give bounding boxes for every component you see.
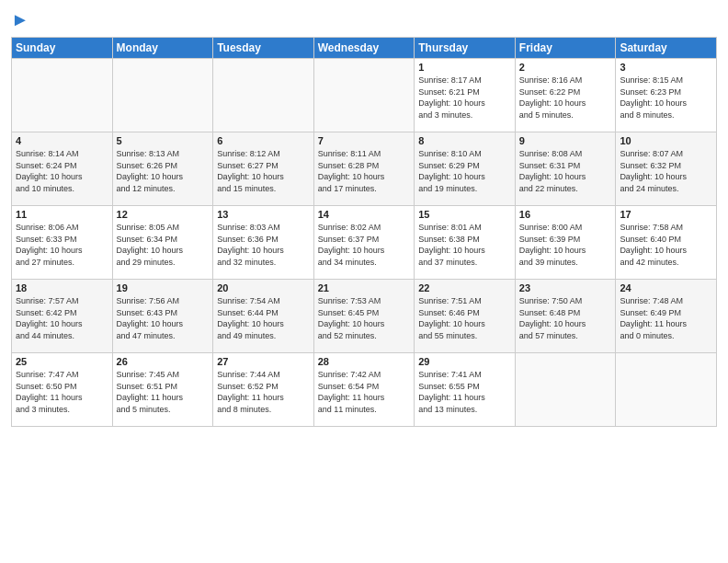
calendar-cell: 3Sunrise: 8:15 AM Sunset: 6:23 PM Daylig… xyxy=(616,59,717,132)
day-detail: Sunrise: 7:45 AM Sunset: 6:51 PM Dayligh… xyxy=(117,369,210,415)
calendar-cell: 17Sunrise: 7:58 AM Sunset: 6:40 PM Dayli… xyxy=(616,206,717,280)
day-number: 18 xyxy=(16,282,108,293)
calendar-cell xyxy=(313,59,415,132)
day-detail: Sunrise: 7:58 AM Sunset: 6:40 PM Dayligh… xyxy=(620,222,712,268)
calendar-cell: 13Sunrise: 8:03 AM Sunset: 6:36 PM Dayli… xyxy=(213,206,314,280)
day-detail: Sunrise: 8:15 AM Sunset: 6:23 PM Dayligh… xyxy=(620,75,712,121)
day-detail: Sunrise: 8:16 AM Sunset: 6:22 PM Dayligh… xyxy=(519,75,612,121)
day-number: 1 xyxy=(418,62,511,73)
day-detail: Sunrise: 7:51 AM Sunset: 6:46 PM Dayligh… xyxy=(418,295,511,341)
day-detail: Sunrise: 8:07 AM Sunset: 6:32 PM Dayligh… xyxy=(620,148,712,194)
logo-arrow: ► xyxy=(11,9,29,29)
day-number: 21 xyxy=(318,282,411,293)
day-detail: Sunrise: 8:01 AM Sunset: 6:38 PM Dayligh… xyxy=(418,222,511,268)
day-detail: Sunrise: 8:06 AM Sunset: 6:33 PM Dayligh… xyxy=(16,222,108,268)
calendar-cell xyxy=(112,59,213,132)
calendar-cell xyxy=(213,59,314,132)
day-detail: Sunrise: 8:03 AM Sunset: 6:36 PM Dayligh… xyxy=(217,222,310,268)
calendar-cell: 19Sunrise: 7:56 AM Sunset: 6:43 PM Dayli… xyxy=(112,280,213,353)
calendar-week-4: 18Sunrise: 7:57 AM Sunset: 6:42 PM Dayli… xyxy=(12,280,717,353)
day-number: 4 xyxy=(16,135,108,146)
calendar-cell: 20Sunrise: 7:54 AM Sunset: 6:44 PM Dayli… xyxy=(213,280,314,353)
calendar-cell: 2Sunrise: 8:16 AM Sunset: 6:22 PM Daylig… xyxy=(515,59,616,132)
calendar-week-5: 25Sunrise: 7:47 AM Sunset: 6:50 PM Dayli… xyxy=(12,353,717,427)
calendar-cell: 15Sunrise: 8:01 AM Sunset: 6:38 PM Dayli… xyxy=(415,206,516,280)
logo: ► xyxy=(11,9,29,29)
day-detail: Sunrise: 8:00 AM Sunset: 6:39 PM Dayligh… xyxy=(519,222,612,268)
day-number: 2 xyxy=(519,62,612,73)
col-header-thursday: Thursday xyxy=(415,38,516,59)
calendar-cell: 8Sunrise: 8:10 AM Sunset: 6:29 PM Daylig… xyxy=(415,132,516,206)
calendar-cell: 28Sunrise: 7:42 AM Sunset: 6:54 PM Dayli… xyxy=(313,353,415,427)
day-detail: Sunrise: 7:41 AM Sunset: 6:55 PM Dayligh… xyxy=(418,369,511,415)
calendar-week-1: 1Sunrise: 8:17 AM Sunset: 6:21 PM Daylig… xyxy=(12,59,717,132)
calendar-week-2: 4Sunrise: 8:14 AM Sunset: 6:24 PM Daylig… xyxy=(12,132,717,206)
day-number: 28 xyxy=(318,356,411,367)
calendar-cell: 7Sunrise: 8:11 AM Sunset: 6:28 PM Daylig… xyxy=(313,132,415,206)
calendar-cell: 11Sunrise: 8:06 AM Sunset: 6:33 PM Dayli… xyxy=(12,206,113,280)
day-detail: Sunrise: 8:12 AM Sunset: 6:27 PM Dayligh… xyxy=(217,148,310,194)
day-number: 23 xyxy=(519,282,612,293)
day-detail: Sunrise: 7:56 AM Sunset: 6:43 PM Dayligh… xyxy=(117,295,210,341)
calendar-cell: 27Sunrise: 7:44 AM Sunset: 6:52 PM Dayli… xyxy=(213,353,314,427)
col-header-monday: Monday xyxy=(112,38,213,59)
day-detail: Sunrise: 8:08 AM Sunset: 6:31 PM Dayligh… xyxy=(519,148,612,194)
calendar-cell: 25Sunrise: 7:47 AM Sunset: 6:50 PM Dayli… xyxy=(12,353,113,427)
day-number: 19 xyxy=(117,282,210,293)
calendar-cell: 23Sunrise: 7:50 AM Sunset: 6:48 PM Dayli… xyxy=(515,280,616,353)
day-number: 20 xyxy=(217,282,310,293)
day-number: 25 xyxy=(16,356,108,367)
calendar-cell: 18Sunrise: 7:57 AM Sunset: 6:42 PM Dayli… xyxy=(12,280,113,353)
day-number: 16 xyxy=(519,209,612,220)
day-number: 15 xyxy=(418,209,511,220)
calendar-cell: 16Sunrise: 8:00 AM Sunset: 6:39 PM Dayli… xyxy=(515,206,616,280)
day-detail: Sunrise: 7:54 AM Sunset: 6:44 PM Dayligh… xyxy=(217,295,310,341)
day-number: 14 xyxy=(318,209,411,220)
calendar-cell xyxy=(515,353,616,427)
calendar-header: ► xyxy=(11,9,717,29)
day-number: 9 xyxy=(519,135,612,146)
calendar-cell: 21Sunrise: 7:53 AM Sunset: 6:45 PM Dayli… xyxy=(313,280,415,353)
day-number: 5 xyxy=(117,135,210,146)
day-number: 29 xyxy=(418,356,511,367)
calendar-cell: 22Sunrise: 7:51 AM Sunset: 6:46 PM Dayli… xyxy=(415,280,516,353)
day-number: 12 xyxy=(117,209,210,220)
calendar-cell: 4Sunrise: 8:14 AM Sunset: 6:24 PM Daylig… xyxy=(12,132,113,206)
day-detail: Sunrise: 8:05 AM Sunset: 6:34 PM Dayligh… xyxy=(117,222,210,268)
calendar-cell: 12Sunrise: 8:05 AM Sunset: 6:34 PM Dayli… xyxy=(112,206,213,280)
calendar-cell: 1Sunrise: 8:17 AM Sunset: 6:21 PM Daylig… xyxy=(415,59,516,132)
day-detail: Sunrise: 8:02 AM Sunset: 6:37 PM Dayligh… xyxy=(318,222,411,268)
day-detail: Sunrise: 8:10 AM Sunset: 6:29 PM Dayligh… xyxy=(418,148,511,194)
calendar-cell xyxy=(616,353,717,427)
day-number: 11 xyxy=(16,209,108,220)
day-number: 10 xyxy=(620,135,712,146)
day-number: 13 xyxy=(217,209,310,220)
calendar-cell: 29Sunrise: 7:41 AM Sunset: 6:55 PM Dayli… xyxy=(415,353,516,427)
day-detail: Sunrise: 7:50 AM Sunset: 6:48 PM Dayligh… xyxy=(519,295,612,341)
calendar-cell: 9Sunrise: 8:08 AM Sunset: 6:31 PM Daylig… xyxy=(515,132,616,206)
day-detail: Sunrise: 7:42 AM Sunset: 6:54 PM Dayligh… xyxy=(318,369,411,415)
day-number: 26 xyxy=(117,356,210,367)
calendar-cell: 24Sunrise: 7:48 AM Sunset: 6:49 PM Dayli… xyxy=(616,280,717,353)
col-header-tuesday: Tuesday xyxy=(213,38,314,59)
col-header-wednesday: Wednesday xyxy=(313,38,415,59)
calendar-week-3: 11Sunrise: 8:06 AM Sunset: 6:33 PM Dayli… xyxy=(12,206,717,280)
col-header-friday: Friday xyxy=(515,38,616,59)
day-number: 22 xyxy=(418,282,511,293)
day-detail: Sunrise: 8:13 AM Sunset: 6:26 PM Dayligh… xyxy=(117,148,210,194)
day-detail: Sunrise: 7:57 AM Sunset: 6:42 PM Dayligh… xyxy=(16,295,108,341)
day-detail: Sunrise: 7:48 AM Sunset: 6:49 PM Dayligh… xyxy=(620,295,712,341)
day-detail: Sunrise: 8:14 AM Sunset: 6:24 PM Dayligh… xyxy=(16,148,108,194)
day-detail: Sunrise: 8:17 AM Sunset: 6:21 PM Dayligh… xyxy=(418,75,511,121)
day-number: 24 xyxy=(620,282,712,293)
calendar-container: ► SundayMondayTuesdayWednesdayThursdayFr… xyxy=(0,0,728,434)
day-number: 17 xyxy=(620,209,712,220)
calendar-cell: 6Sunrise: 8:12 AM Sunset: 6:27 PM Daylig… xyxy=(213,132,314,206)
calendar-header-row: SundayMondayTuesdayWednesdayThursdayFrid… xyxy=(12,38,717,59)
day-number: 3 xyxy=(620,62,712,73)
calendar-cell: 26Sunrise: 7:45 AM Sunset: 6:51 PM Dayli… xyxy=(112,353,213,427)
day-number: 7 xyxy=(318,135,411,146)
calendar-cell: 5Sunrise: 8:13 AM Sunset: 6:26 PM Daylig… xyxy=(112,132,213,206)
day-detail: Sunrise: 8:11 AM Sunset: 6:28 PM Dayligh… xyxy=(318,148,411,194)
calendar-table: SundayMondayTuesdayWednesdayThursdayFrid… xyxy=(11,37,717,427)
